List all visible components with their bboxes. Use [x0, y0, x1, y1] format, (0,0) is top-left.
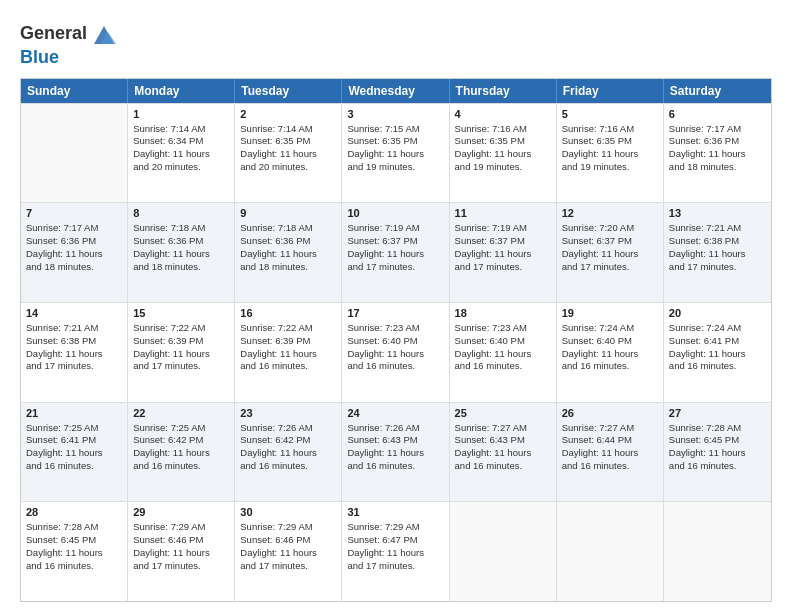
- day-info-line: and 16 minutes.: [562, 460, 658, 473]
- calendar-cell: 24Sunrise: 7:26 AMSunset: 6:43 PMDayligh…: [342, 403, 449, 502]
- header-day-thursday: Thursday: [450, 79, 557, 103]
- day-info-line: Sunrise: 7:15 AM: [347, 123, 443, 136]
- day-info-line: Sunset: 6:46 PM: [133, 534, 229, 547]
- day-info-line: and 16 minutes.: [133, 460, 229, 473]
- day-number: 15: [133, 306, 229, 321]
- day-info-line: and 18 minutes.: [240, 261, 336, 274]
- calendar-cell: 22Sunrise: 7:25 AMSunset: 6:42 PMDayligh…: [128, 403, 235, 502]
- day-number: 31: [347, 505, 443, 520]
- day-info-line: Daylight: 11 hours: [347, 447, 443, 460]
- day-info-line: Sunset: 6:40 PM: [347, 335, 443, 348]
- day-info-line: Daylight: 11 hours: [133, 148, 229, 161]
- calendar-cell: 7Sunrise: 7:17 AMSunset: 6:36 PMDaylight…: [21, 203, 128, 302]
- day-number: 13: [669, 206, 766, 221]
- day-info-line: Sunrise: 7:27 AM: [455, 422, 551, 435]
- calendar-cell: 15Sunrise: 7:22 AMSunset: 6:39 PMDayligh…: [128, 303, 235, 402]
- day-info-line: Sunrise: 7:25 AM: [26, 422, 122, 435]
- calendar-cell: 9Sunrise: 7:18 AMSunset: 6:36 PMDaylight…: [235, 203, 342, 302]
- day-info-line: and 19 minutes.: [455, 161, 551, 174]
- day-info-line: Sunrise: 7:29 AM: [133, 521, 229, 534]
- day-info-line: Sunset: 6:38 PM: [669, 235, 766, 248]
- day-number: 18: [455, 306, 551, 321]
- day-info-line: Daylight: 11 hours: [26, 447, 122, 460]
- day-info-line: Sunrise: 7:21 AM: [26, 322, 122, 335]
- calendar-row-1: 1Sunrise: 7:14 AMSunset: 6:34 PMDaylight…: [21, 103, 771, 203]
- day-info-line: and 17 minutes.: [347, 560, 443, 573]
- day-info-line: Sunset: 6:40 PM: [562, 335, 658, 348]
- day-number: 20: [669, 306, 766, 321]
- day-info-line: Sunset: 6:37 PM: [455, 235, 551, 248]
- day-info-line: Daylight: 11 hours: [562, 148, 658, 161]
- day-info-line: Daylight: 11 hours: [455, 148, 551, 161]
- day-info-line: Daylight: 11 hours: [26, 547, 122, 560]
- day-info-line: Sunset: 6:40 PM: [455, 335, 551, 348]
- day-number: 28: [26, 505, 122, 520]
- calendar-cell: 16Sunrise: 7:22 AMSunset: 6:39 PMDayligh…: [235, 303, 342, 402]
- day-number: 9: [240, 206, 336, 221]
- day-info-line: and 16 minutes.: [347, 360, 443, 373]
- day-info-line: Daylight: 11 hours: [240, 447, 336, 460]
- day-info-line: and 16 minutes.: [26, 560, 122, 573]
- day-info-line: Daylight: 11 hours: [455, 248, 551, 261]
- day-number: 11: [455, 206, 551, 221]
- day-info-line: Sunset: 6:35 PM: [562, 135, 658, 148]
- calendar-cell: 12Sunrise: 7:20 AMSunset: 6:37 PMDayligh…: [557, 203, 664, 302]
- calendar-cell: [664, 502, 771, 601]
- day-info-line: Daylight: 11 hours: [347, 348, 443, 361]
- day-info-line: Sunset: 6:35 PM: [240, 135, 336, 148]
- calendar-cell: 2Sunrise: 7:14 AMSunset: 6:35 PMDaylight…: [235, 104, 342, 203]
- day-info-line: Sunrise: 7:18 AM: [133, 222, 229, 235]
- calendar-row-5: 28Sunrise: 7:28 AMSunset: 6:45 PMDayligh…: [21, 501, 771, 601]
- header-day-wednesday: Wednesday: [342, 79, 449, 103]
- day-number: 14: [26, 306, 122, 321]
- day-info-line: Daylight: 11 hours: [133, 248, 229, 261]
- day-info-line: and 19 minutes.: [347, 161, 443, 174]
- day-info-line: Daylight: 11 hours: [240, 348, 336, 361]
- day-info-line: and 16 minutes.: [669, 460, 766, 473]
- calendar-cell: 25Sunrise: 7:27 AMSunset: 6:43 PMDayligh…: [450, 403, 557, 502]
- calendar-cell: 1Sunrise: 7:14 AMSunset: 6:34 PMDaylight…: [128, 104, 235, 203]
- day-info-line: Sunrise: 7:27 AM: [562, 422, 658, 435]
- day-info-line: Sunrise: 7:21 AM: [669, 222, 766, 235]
- day-info-line: Sunset: 6:47 PM: [347, 534, 443, 547]
- day-info-line: Daylight: 11 hours: [562, 248, 658, 261]
- day-info-line: Daylight: 11 hours: [455, 348, 551, 361]
- day-info-line: Sunrise: 7:16 AM: [562, 123, 658, 136]
- day-info-line: Sunrise: 7:29 AM: [347, 521, 443, 534]
- header-day-sunday: Sunday: [21, 79, 128, 103]
- day-info-line: Sunset: 6:37 PM: [562, 235, 658, 248]
- day-info-line: Sunset: 6:34 PM: [133, 135, 229, 148]
- day-info-line: Daylight: 11 hours: [133, 348, 229, 361]
- day-info-line: and 16 minutes.: [455, 360, 551, 373]
- day-info-line: Daylight: 11 hours: [669, 148, 766, 161]
- day-info-line: Sunset: 6:45 PM: [26, 534, 122, 547]
- day-number: 25: [455, 406, 551, 421]
- header-day-tuesday: Tuesday: [235, 79, 342, 103]
- day-info-line: Sunset: 6:42 PM: [133, 434, 229, 447]
- header-day-saturday: Saturday: [664, 79, 771, 103]
- calendar-cell: [21, 104, 128, 203]
- calendar-cell: 31Sunrise: 7:29 AMSunset: 6:47 PMDayligh…: [342, 502, 449, 601]
- day-info-line: Sunrise: 7:26 AM: [240, 422, 336, 435]
- logo-icon: [90, 20, 118, 48]
- day-number: 27: [669, 406, 766, 421]
- day-info-line: Daylight: 11 hours: [562, 447, 658, 460]
- page: General Blue SundayMondayTuesdayWednesda…: [0, 0, 792, 612]
- day-info-line: and 16 minutes.: [562, 360, 658, 373]
- day-number: 23: [240, 406, 336, 421]
- day-info-line: and 16 minutes.: [669, 360, 766, 373]
- day-info-line: Sunset: 6:36 PM: [26, 235, 122, 248]
- day-info-line: Daylight: 11 hours: [669, 348, 766, 361]
- day-info-line: Sunset: 6:41 PM: [669, 335, 766, 348]
- calendar-cell: 18Sunrise: 7:23 AMSunset: 6:40 PMDayligh…: [450, 303, 557, 402]
- day-info-line: and 16 minutes.: [347, 460, 443, 473]
- calendar-cell: 21Sunrise: 7:25 AMSunset: 6:41 PMDayligh…: [21, 403, 128, 502]
- calendar-row-2: 7Sunrise: 7:17 AMSunset: 6:36 PMDaylight…: [21, 202, 771, 302]
- day-info-line: and 16 minutes.: [26, 460, 122, 473]
- calendar-cell: 4Sunrise: 7:16 AMSunset: 6:35 PMDaylight…: [450, 104, 557, 203]
- day-info-line: Sunset: 6:43 PM: [347, 434, 443, 447]
- day-info-line: Sunset: 6:36 PM: [240, 235, 336, 248]
- day-info-line: Sunrise: 7:14 AM: [240, 123, 336, 136]
- day-info-line: Sunrise: 7:28 AM: [26, 521, 122, 534]
- day-info-line: Sunset: 6:42 PM: [240, 434, 336, 447]
